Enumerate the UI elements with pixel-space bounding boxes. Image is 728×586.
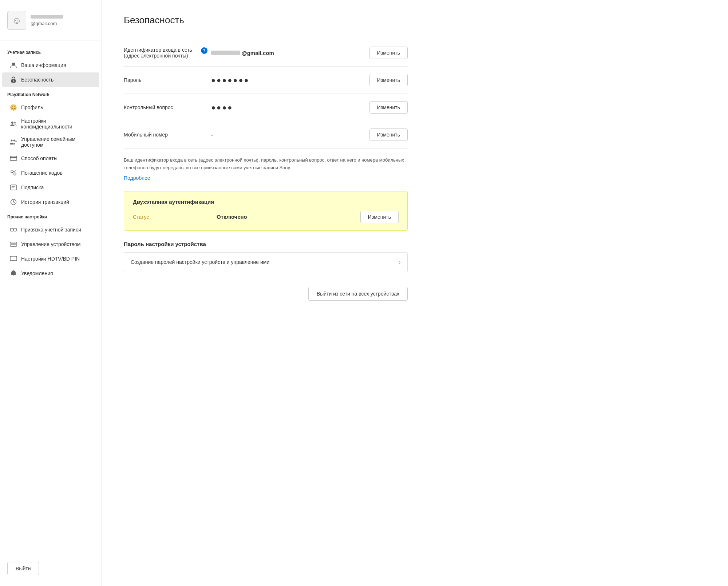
mobile-value: - bbox=[207, 132, 369, 138]
sidebar-item-payment[interactable]: Способ оплаты bbox=[2, 151, 99, 166]
svg-rect-22 bbox=[10, 256, 17, 261]
svg-point-4 bbox=[14, 122, 16, 124]
security-question-row: Контрольный вопрос ●●●● Изменить bbox=[124, 94, 408, 121]
sidebar-item-notifications[interactable]: Уведомления bbox=[2, 266, 99, 281]
psn-section-label: PlayStation Network bbox=[0, 92, 102, 100]
security-question-label: Контрольный вопрос bbox=[124, 104, 207, 110]
sidebar-item-redeem-label: Погашение кодов bbox=[21, 170, 63, 176]
subscription-icon bbox=[9, 183, 17, 191]
sidebar-item-device-mgmt[interactable]: Управление устройством bbox=[2, 237, 99, 252]
sidebar-item-hdtv[interactable]: Настройки HDTV/BD PIN bbox=[2, 252, 99, 266]
sidebar-item-family[interactable]: Управление семейным доступом bbox=[2, 133, 99, 151]
family-icon bbox=[9, 138, 17, 146]
svg-rect-13 bbox=[11, 185, 16, 190]
change-mobile-button[interactable]: Изменить bbox=[369, 128, 408, 141]
svg-rect-18 bbox=[14, 228, 16, 231]
svg-rect-0 bbox=[12, 63, 15, 65]
device-pwd-row[interactable]: Создание паролей настройки устройств и у… bbox=[124, 252, 408, 272]
svg-rect-17 bbox=[11, 228, 13, 231]
sidebar-item-redeem[interactable]: Погашение кодов bbox=[2, 166, 99, 180]
sidebar-item-your-info-label: Ваша информация bbox=[21, 62, 66, 68]
change-login-id-button[interactable]: Изменить bbox=[369, 47, 408, 59]
sidebar-item-link-account-label: Привязка учетной записи bbox=[21, 227, 81, 233]
email-suffix: @gmail.com bbox=[242, 50, 274, 56]
password-label: Пароль bbox=[124, 77, 207, 83]
security-question-value: ●●●● bbox=[207, 103, 369, 112]
page-title: Безопасность bbox=[124, 15, 408, 26]
info-note: Ваш идентификатор входа в сеть (адрес эл… bbox=[124, 157, 408, 172]
sidebar-item-profile[interactable]: 😊 Профиль bbox=[2, 100, 99, 115]
bottom-bar: Выйти из сети на всех устройствах bbox=[124, 287, 408, 301]
payment-icon bbox=[9, 154, 17, 162]
mobile-row: Мобильный номер - Изменить bbox=[124, 121, 408, 149]
sidebar-item-hdtv-label: Настройки HDTV/BD PIN bbox=[21, 256, 80, 262]
privacy-icon bbox=[9, 120, 17, 128]
logout-button[interactable]: Выйти bbox=[7, 562, 39, 575]
password-row: Пароль ●●●●●●● Изменить bbox=[124, 67, 408, 94]
chevron-right-icon: › bbox=[399, 258, 401, 266]
svg-point-6 bbox=[13, 140, 15, 142]
svg-rect-21 bbox=[11, 243, 16, 245]
tfa-section: Двухэтапная аутентификация Статус Отключ… bbox=[124, 191, 408, 231]
svg-point-7 bbox=[15, 140, 17, 142]
device-pwd-text: Создание паролей настройки устройств и у… bbox=[131, 259, 399, 265]
sidebar-item-security[interactable]: Безопасность bbox=[2, 72, 99, 87]
more-link[interactable]: Подробнее bbox=[124, 175, 150, 181]
other-section-label: Прочие настройки bbox=[0, 214, 102, 222]
sidebar-item-device-mgmt-label: Управление устройством bbox=[21, 241, 80, 247]
sidebar-logout: Выйти bbox=[7, 562, 94, 575]
email-blur-bar bbox=[211, 51, 240, 55]
svg-line-11 bbox=[11, 171, 16, 173]
sidebar-item-your-info[interactable]: Ваша информация bbox=[2, 58, 99, 72]
lock-icon bbox=[9, 76, 17, 84]
account-section-label: Учетная запись bbox=[0, 50, 102, 58]
sidebar-item-family-label: Управление семейным доступом bbox=[21, 136, 92, 148]
sidebar-item-subscription[interactable]: Подписка bbox=[2, 180, 99, 195]
tfa-status-label: Статус bbox=[133, 214, 217, 220]
device-pwd-title: Пароль настройки устройства bbox=[124, 241, 408, 247]
sidebar-item-security-label: Безопасность bbox=[21, 77, 54, 83]
person-icon bbox=[9, 61, 17, 69]
main-content: Безопасность Идентификатор входа в сеть … bbox=[102, 0, 430, 586]
device-pwd-section: Пароль настройки устройства Создание пар… bbox=[124, 241, 408, 272]
svg-point-5 bbox=[11, 140, 13, 142]
tfa-title: Двухэтапная аутентификация bbox=[133, 199, 399, 205]
sidebar-item-profile-label: Профиль bbox=[21, 104, 43, 110]
profile-email: @gmail.com bbox=[31, 21, 63, 26]
sidebar-item-transactions[interactable]: История транзакций bbox=[2, 195, 99, 209]
bell-icon bbox=[9, 269, 17, 277]
history-icon bbox=[9, 198, 17, 206]
tfa-row: Статус Отключено Изменить bbox=[133, 211, 399, 223]
tv-icon bbox=[9, 255, 17, 263]
smiley-icon: 😊 bbox=[9, 103, 17, 111]
svg-point-2 bbox=[13, 80, 14, 82]
signout-all-button[interactable]: Выйти из сети на всех устройствах bbox=[308, 287, 408, 301]
sidebar-item-payment-label: Способ оплаты bbox=[21, 155, 58, 161]
change-password-button[interactable]: Изменить bbox=[369, 74, 408, 86]
help-icon[interactable]: ? bbox=[201, 47, 207, 54]
sidebar-item-transactions-label: История транзакций bbox=[21, 199, 69, 205]
password-value: ●●●●●●● bbox=[207, 76, 369, 84]
sidebar-item-privacy[interactable]: Настройки конфиденциальности bbox=[2, 115, 99, 133]
mobile-label: Мобильный номер bbox=[124, 132, 207, 138]
change-security-question-button[interactable]: Изменить bbox=[369, 101, 408, 114]
svg-point-3 bbox=[11, 122, 13, 124]
sidebar-item-link-account[interactable]: Привязка учетной записи bbox=[2, 222, 99, 237]
login-id-label: Идентификатор входа в сеть (адрес электр… bbox=[124, 47, 207, 59]
link-icon bbox=[9, 226, 17, 234]
avatar: ☺ bbox=[7, 11, 26, 30]
login-id-row: Идентификатор входа в сеть (адрес электр… bbox=[124, 39, 408, 67]
svg-rect-9 bbox=[10, 157, 17, 158]
sidebar-profile: ☺ @gmail.com bbox=[0, 11, 102, 40]
login-id-value: @gmail.com bbox=[207, 50, 369, 56]
sidebar-item-privacy-label: Настройки конфиденциальности bbox=[21, 118, 92, 130]
change-tfa-button[interactable]: Изменить bbox=[360, 211, 399, 223]
profile-name-bar bbox=[31, 15, 63, 19]
sidebar-item-subscription-label: Подписка bbox=[21, 185, 44, 190]
redeem-icon bbox=[9, 169, 17, 177]
sidebar: ☺ @gmail.com Учетная запись Ваша информа… bbox=[0, 0, 102, 586]
device-icon bbox=[9, 240, 17, 248]
sidebar-item-notifications-label: Уведомления bbox=[21, 270, 53, 276]
tfa-status-value: Отключено bbox=[217, 214, 360, 220]
svg-point-12 bbox=[14, 173, 16, 175]
